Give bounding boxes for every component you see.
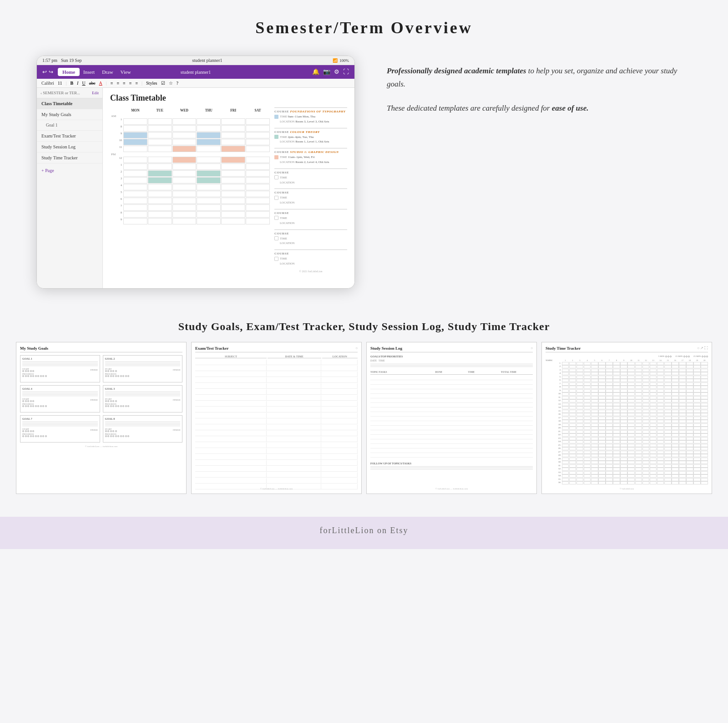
- tt-cell: [591, 389, 598, 392]
- sidebar-item-goal1[interactable]: Goal 1: [37, 120, 102, 131]
- styles-button[interactable]: Styles: [146, 81, 157, 86]
- tt-cell: [679, 369, 686, 372]
- undo-icon[interactable]: ↩: [42, 69, 47, 76]
- tt-cell: [562, 433, 569, 437]
- tt-cell: [620, 365, 627, 368]
- redo-icon[interactable]: ↪: [49, 69, 53, 76]
- tt-cell: [635, 440, 642, 443]
- tt-cell: [620, 406, 627, 409]
- session-col-topic: TOPIC/TASKS: [370, 371, 434, 373]
- tt-cell: [650, 437, 657, 440]
- cell-5-wed: [172, 191, 197, 197]
- tt-row-label: 17: [546, 417, 561, 420]
- tt-cell: [627, 468, 635, 471]
- tt-cell: [584, 406, 591, 409]
- tt-cell: [672, 464, 679, 468]
- tt-cell: [576, 481, 584, 484]
- start-label-2: START: [105, 368, 117, 372]
- fullscreen-icon[interactable]: ⛶: [343, 68, 349, 76]
- italic-button[interactable]: I: [77, 81, 78, 86]
- bullet-list-button[interactable]: ≡: [111, 81, 113, 86]
- tt-cell: [693, 458, 701, 461]
- font-size[interactable]: 11: [58, 81, 62, 86]
- exam-row: [195, 448, 358, 454]
- tt-cell: [576, 461, 584, 464]
- tt-cell: [591, 471, 598, 474]
- tt-cell: [620, 444, 627, 447]
- tt-cell: [613, 447, 620, 450]
- tt-cell: [650, 392, 657, 396]
- strikethrough-button[interactable]: abc: [89, 81, 96, 86]
- tab-insert[interactable]: Insert: [80, 68, 98, 76]
- tt-cell: [664, 382, 672, 386]
- tt-cell: [664, 458, 672, 461]
- star-button[interactable]: ☆: [169, 81, 173, 86]
- status-bar: 1:57 pm Sun 19 Sep student planner1 📶 10…: [37, 56, 354, 65]
- exam-col-location: LOCATION: [322, 355, 358, 358]
- tt-cell: [679, 389, 686, 392]
- course-row-2: TIME 2pm–4pm, Tue, Thu LOCATION Room 1, …: [274, 135, 347, 145]
- sidebar-item-study-goals[interactable]: My Study Goals: [37, 109, 102, 120]
- tab-home[interactable]: Home: [58, 68, 80, 76]
- back-icon[interactable]: ‹ SEMESTER or TER...: [40, 91, 80, 95]
- tt-cell: [562, 376, 569, 379]
- tt-cell: [693, 474, 701, 478]
- template-title-time: Study Time Tracker: [546, 346, 708, 352]
- tt-cell: [598, 403, 606, 406]
- cell-10-fri: [221, 139, 245, 145]
- th-mon: MON: [123, 107, 147, 113]
- tt-cell: [693, 478, 701, 481]
- camera-icon[interactable]: 📷: [323, 68, 330, 76]
- tt-cell: [598, 379, 606, 382]
- align-right-button[interactable]: ≡: [135, 81, 138, 86]
- font-color-button[interactable]: A: [99, 81, 102, 86]
- course-details-5: TIME LOCATION: [280, 195, 295, 205]
- align-left-button[interactable]: ≡: [123, 81, 126, 86]
- numbered-list-button[interactable]: ≡: [116, 81, 119, 86]
- font-name[interactable]: Calibri: [41, 81, 54, 86]
- underline-button[interactable]: U: [82, 81, 85, 86]
- tt-cell: [672, 440, 679, 443]
- toolbar-filename: student planner1: [181, 70, 211, 75]
- tt-cell: [569, 379, 576, 382]
- tab-view[interactable]: View: [117, 68, 135, 76]
- tt-cell: [642, 427, 650, 430]
- tt-cell: [620, 471, 627, 474]
- settings-icon[interactable]: ⚙: [334, 68, 339, 76]
- tt-cell: [562, 430, 569, 433]
- tt-cell: [613, 471, 620, 474]
- tt-cell: [606, 392, 613, 396]
- tt-cell: [627, 481, 635, 484]
- cell-5-fri: [221, 191, 245, 197]
- sidebar-item-session-log[interactable]: Study Session Log: [37, 142, 102, 153]
- sidebar-item-exam-tracker[interactable]: Exam/Test Tracker: [37, 131, 102, 142]
- bold-button[interactable]: B: [70, 81, 73, 86]
- session-row: [370, 412, 533, 417]
- tt-row-label: 16: [546, 413, 561, 416]
- tab-draw[interactable]: Draw: [98, 68, 116, 76]
- tt-cell: [657, 451, 664, 454]
- checkbox-button[interactable]: ☑: [161, 81, 165, 86]
- tt-cell: [584, 410, 591, 413]
- bell-icon[interactable]: 🔔: [312, 68, 319, 76]
- tt-row-label: 32: [546, 468, 561, 471]
- sidebar-item-class-timetable[interactable]: Class Timetable: [37, 98, 102, 109]
- time-9: 9: [110, 132, 123, 138]
- tt-cell: [598, 413, 606, 416]
- tt-cell: [591, 440, 598, 443]
- timetable-body: 7 8: [110, 118, 270, 152]
- cell-7-fri: [221, 118, 245, 125]
- followup-lines: [370, 466, 533, 469]
- add-page-button[interactable]: + Page: [37, 165, 102, 176]
- exam-row: [195, 395, 358, 401]
- cell-9-thu: [197, 132, 221, 138]
- align-center-button[interactable]: ≡: [129, 81, 132, 86]
- help-button[interactable]: ?: [177, 81, 178, 86]
- tt-cell: [620, 362, 627, 365]
- tt-cell: [642, 389, 650, 392]
- cell-6-sat: [246, 198, 270, 204]
- tt-row-label: 24: [546, 440, 561, 443]
- edit-button[interactable]: Edit: [92, 91, 99, 95]
- sidebar-item-time-tracker[interactable]: Study Time Tracker: [37, 153, 102, 163]
- tt-cell: [686, 376, 693, 379]
